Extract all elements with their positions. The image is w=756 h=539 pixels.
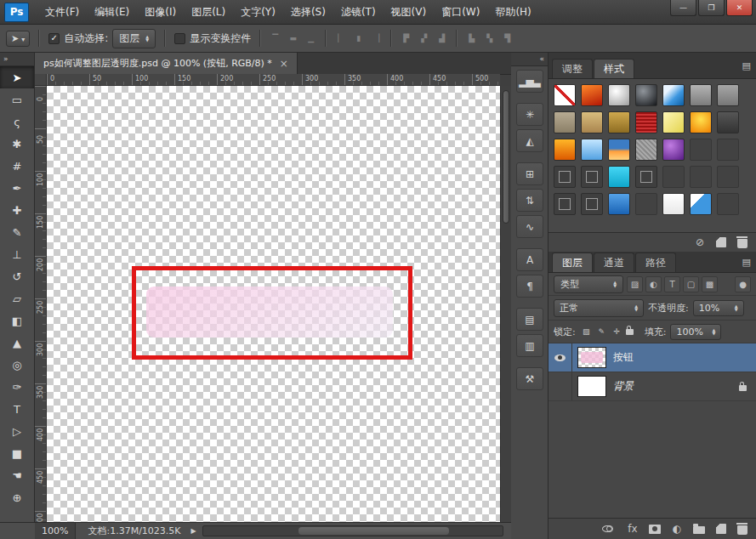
layer-name[interactable]: 按钮: [613, 350, 634, 365]
tab-layers[interactable]: 图层: [552, 252, 593, 272]
adjustments-panel-icon[interactable]: ✳: [516, 103, 543, 126]
crop-tool[interactable]: #: [0, 155, 34, 177]
tab-paths[interactable]: 路径: [635, 252, 676, 272]
status-expand-icon[interactable]: ▶: [191, 527, 196, 535]
style-swatch[interactable]: [608, 111, 630, 133]
lock-transparent-pixels-icon[interactable]: ▨: [580, 326, 593, 338]
style-swatch[interactable]: [717, 111, 739, 133]
healing-brush-tool[interactable]: ✚: [0, 199, 34, 221]
canvas[interactable]: [47, 86, 500, 522]
paragraph-panel-icon[interactable]: ¶: [516, 275, 543, 298]
quick-selection-tool[interactable]: ✱: [0, 133, 34, 155]
channels-panel-icon[interactable]: ⊞: [516, 162, 543, 185]
tab-adjustments[interactable]: 调整: [552, 59, 593, 78]
auto-select-checkbox[interactable]: ✓: [48, 33, 60, 44]
eraser-tool[interactable]: ▱: [0, 287, 34, 309]
clone-source-panel-icon[interactable]: ⇅: [516, 189, 543, 212]
layer-name[interactable]: 背景: [613, 379, 634, 394]
link-layers-icon[interactable]: [602, 525, 612, 532]
style-swatch[interactable]: [717, 166, 739, 188]
filter-toggle-icon[interactable]: ●: [735, 276, 751, 292]
clone-stamp-tool[interactable]: ⊥: [0, 243, 34, 265]
path-selection-tool[interactable]: ▷: [0, 420, 34, 442]
style-swatch[interactable]: [717, 193, 739, 215]
new-layer-icon[interactable]: [716, 524, 726, 534]
style-swatch[interactable]: [635, 139, 657, 161]
filter-adjustment-layers-icon[interactable]: ◐: [645, 276, 662, 292]
style-swatch[interactable]: [690, 84, 712, 106]
panel-menu-icon[interactable]: ▤: [742, 60, 751, 71]
style-swatch[interactable]: [635, 193, 657, 215]
style-swatch[interactable]: [717, 139, 739, 161]
lock-all-icon[interactable]: [626, 329, 634, 335]
lock-position-icon[interactable]: ✛: [611, 326, 623, 338]
style-swatch[interactable]: [690, 193, 712, 215]
rectangle-tool[interactable]: ■: [0, 442, 34, 464]
menu-item[interactable]: 图层(L): [184, 1, 233, 24]
masks-panel-icon[interactable]: ◭: [516, 129, 543, 152]
style-swatch[interactable]: [554, 139, 576, 161]
move-tool[interactable]: ➤: [0, 66, 34, 88]
style-swatch[interactable]: [608, 193, 630, 215]
layer-row[interactable]: 背景: [549, 372, 756, 401]
align-left-edges-icon[interactable]: ▏: [333, 31, 349, 46]
menu-item[interactable]: 文件(F): [37, 1, 87, 24]
blend-mode-dropdown[interactable]: 正常: [554, 299, 644, 317]
distribute-top-edges-icon[interactable]: ▛: [398, 31, 414, 46]
show-transform-checkbox[interactable]: [174, 33, 185, 44]
horizontal-scrollbar[interactable]: [202, 525, 503, 536]
style-none[interactable]: [554, 84, 576, 106]
align-bottom-edges-icon[interactable]: ▁: [303, 31, 319, 46]
maximize-button[interactable]: ❐: [698, 0, 725, 16]
filter-type-layers-icon[interactable]: T: [664, 276, 680, 292]
align-vertical-centers-icon[interactable]: ▬: [285, 31, 301, 46]
menu-item[interactable]: 文字(Y): [233, 1, 283, 24]
distribute-vertical-centers-icon[interactable]: ▞: [416, 31, 432, 46]
gradient-tool[interactable]: ◧: [0, 309, 34, 332]
zoom-tool[interactable]: ⊕: [0, 486, 34, 508]
histogram-panel-icon[interactable]: ▂▅▃: [516, 70, 543, 93]
document-tab[interactable]: ps如何调整图层透明度.psd @ 100% (按钮, RGB/8) * ×: [35, 53, 298, 74]
opacity-dropdown[interactable]: 10%: [693, 300, 744, 316]
style-swatch[interactable]: [662, 166, 685, 188]
clear-style-icon[interactable]: ⊘: [695, 236, 705, 248]
delete-style-icon[interactable]: [737, 239, 747, 248]
auto-select-target-dropdown[interactable]: 图层: [112, 29, 156, 48]
filter-smart-objects-icon[interactable]: ▩: [702, 276, 718, 292]
add-layer-mask-icon[interactable]: [649, 525, 661, 534]
style-swatch[interactable]: [608, 139, 630, 161]
toolbar-collapse-button[interactable]: »: [0, 53, 34, 66]
character-panel-icon[interactable]: A: [516, 248, 543, 271]
style-swatch[interactable]: [581, 111, 603, 133]
new-style-icon[interactable]: [716, 237, 726, 247]
style-swatch[interactable]: [662, 84, 685, 106]
menu-item[interactable]: 图像(I): [137, 1, 184, 24]
panel-menu-icon[interactable]: ▤: [742, 257, 751, 268]
style-swatch[interactable]: [608, 84, 630, 106]
style-swatch[interactable]: [554, 111, 576, 133]
delete-layer-icon[interactable]: [737, 525, 747, 535]
history-brush-tool[interactable]: ↺: [0, 265, 34, 287]
menu-item[interactable]: 窗口(W): [434, 1, 487, 24]
style-swatch[interactable]: [690, 111, 712, 133]
style-swatch[interactable]: [635, 84, 657, 106]
marquee-tool[interactable]: ▭: [0, 88, 34, 111]
style-swatch[interactable]: [554, 193, 576, 215]
style-swatch[interactable]: [662, 111, 685, 133]
fill-dropdown[interactable]: 100%: [670, 324, 721, 340]
tab-channels[interactable]: 通道: [594, 252, 634, 272]
new-group-icon[interactable]: [693, 526, 705, 534]
style-swatch[interactable]: [690, 139, 712, 161]
blur-tool[interactable]: ▲: [0, 332, 34, 354]
style-swatch[interactable]: [662, 139, 685, 161]
vertical-scrollbar-thumb[interactable]: [503, 90, 509, 224]
lock-image-pixels-icon[interactable]: ✎: [595, 326, 608, 338]
style-swatch[interactable]: [690, 166, 712, 188]
style-swatch[interactable]: [608, 166, 630, 188]
zoom-level-field[interactable]: 100%: [35, 523, 76, 539]
menu-item[interactable]: 视图(V): [384, 1, 435, 24]
distribute-bottom-edges-icon[interactable]: ▟: [434, 31, 450, 46]
style-swatch[interactable]: [581, 166, 603, 188]
layer-style-icon[interactable]: fx: [628, 523, 638, 535]
lasso-tool[interactable]: ς: [0, 111, 34, 133]
